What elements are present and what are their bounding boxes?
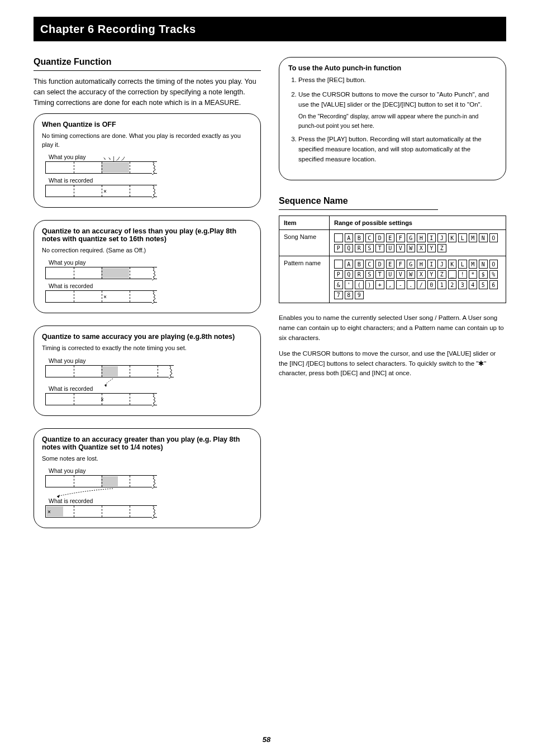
char-cell: U: [386, 244, 395, 253]
row-label: What you play: [49, 154, 253, 160]
char-cell: 4: [469, 280, 478, 289]
char-cell: M: [469, 233, 478, 242]
chapter-title: Chapter 6 Recording Tracks: [40, 23, 196, 36]
char-cell: D: [375, 233, 384, 242]
char-cell: H: [417, 260, 426, 269]
char-cell: ,: [386, 280, 395, 289]
char-cell: X: [417, 270, 426, 279]
panel-quantize-off: When Quantize is OFF No timing correctio…: [34, 113, 261, 208]
char-cell: Z: [437, 270, 446, 279]
col-header: Range of possible settings: [330, 216, 506, 230]
seqname-heading: Sequence Name: [279, 196, 438, 210]
seqname-notes: Enables you to name the currently select…: [279, 313, 506, 379]
char-cell: %: [489, 270, 498, 279]
char-cell: R: [355, 244, 364, 253]
tape-diagram: ヽヽ | ノノ: [45, 161, 157, 174]
char-cell: [334, 233, 343, 242]
char-cell: G: [407, 233, 416, 242]
char-cell: /: [417, 280, 426, 289]
row-label: Song Name: [279, 230, 330, 256]
char-cell: J: [437, 233, 446, 242]
char-cell: A: [345, 260, 354, 269]
char-cell: B: [355, 233, 364, 242]
char-cell: ): [365, 280, 374, 289]
tape-diagram: ×: [45, 505, 157, 518]
row-label: What you play: [49, 357, 253, 364]
char-grid: ABCDEFGHIJKLMNOPQRSTUVWXYZ_!*$%&'()+,-./…: [334, 260, 501, 299]
char-cell: 5: [479, 280, 488, 289]
char-cell: X: [417, 244, 426, 253]
char-cell: (: [355, 280, 364, 289]
row-label: What is recorded: [49, 177, 253, 184]
table-row: Pattern name ABCDEFGHIJKLMNOPQRSTUVWXYZ_…: [279, 256, 506, 303]
char-cell: K: [448, 233, 457, 242]
char-cell: 1: [437, 280, 446, 289]
char-cell: ': [345, 280, 354, 289]
char-cell: E: [386, 260, 395, 269]
char-cell: O: [489, 260, 498, 269]
list-item: Press the [REC] button.: [298, 75, 497, 85]
char-cell: K: [448, 260, 457, 269]
char-cell: 9: [355, 291, 364, 300]
char-cell: -: [396, 280, 405, 289]
char-cell: C: [365, 260, 374, 269]
char-cell: $: [479, 270, 488, 279]
row-label: What is recorded: [49, 497, 253, 504]
char-cell: 6: [489, 280, 498, 289]
char-grid: ABCDEFGHIJKLMNOPQRSTUVWXYZ: [334, 233, 501, 252]
row-label: What you play: [49, 259, 253, 266]
list-item: Press the [PLAY] button. Recording will …: [298, 135, 497, 164]
row-label: What is recorded: [49, 385, 253, 392]
char-cell: S: [365, 270, 374, 279]
char-cell: 8: [345, 291, 354, 300]
quantize-heading: Quantize Function: [34, 57, 261, 71]
char-cell: C: [365, 233, 374, 242]
panel-desc: Timing is corrected to exactly the note …: [42, 344, 253, 352]
char-cell: 2: [448, 280, 457, 289]
tape-diagram: ×: [45, 393, 157, 405]
row-label: Pattern name: [279, 256, 330, 303]
page-number: 58: [263, 735, 270, 744]
panel-quantize-same: Quantize to same accuracy you are playin…: [34, 326, 261, 415]
panel-title: Quantize to an accuracy of less than you…: [42, 227, 253, 243]
note-paragraph: Enables you to name the currently select…: [279, 313, 506, 343]
list-item: Use the CURSOR buttons to move the curso…: [298, 90, 497, 130]
step-text: Use the CURSOR buttons to move the curso…: [298, 91, 489, 108]
row-label: What you play: [49, 467, 253, 474]
char-cell: 0: [427, 280, 436, 289]
char-cell: R: [355, 270, 364, 279]
char-cell: Y: [427, 270, 436, 279]
row-label: What is recorded: [49, 283, 253, 289]
char-cell: [334, 260, 343, 269]
char-cell: M: [469, 260, 478, 269]
char-cell: I: [427, 233, 436, 242]
tape-diagram: [45, 267, 157, 279]
char-cell: J: [437, 260, 446, 269]
panel-title: When Quantize is OFF: [42, 121, 253, 128]
name-table: Item Range of possible settings Song Nam…: [279, 216, 506, 303]
panel-title: Quantize to an accuracy greater than you…: [42, 436, 253, 451]
step-subnote: On the "Recording" display, arrow will a…: [298, 112, 497, 130]
char-cell: A: [345, 233, 354, 242]
char-cell: O: [489, 233, 498, 242]
char-cell: N: [479, 260, 488, 269]
char-cell: Q: [345, 244, 354, 253]
char-cell: _: [448, 270, 457, 279]
char-cell: F: [396, 233, 405, 242]
tape-diagram: [45, 365, 174, 377]
panel-autopunch: To use the Auto punch-in function Press …: [279, 57, 506, 180]
char-cell: I: [427, 260, 436, 269]
char-cell: T: [375, 270, 384, 279]
char-cell: !: [458, 270, 467, 279]
char-cell: W: [407, 244, 416, 253]
tape-diagram: [45, 475, 157, 487]
char-cell: +: [375, 280, 384, 289]
char-cell: V: [396, 244, 405, 253]
note-paragraph: Use the CURSOR buttons to move the curso…: [279, 349, 506, 379]
char-cell: V: [396, 270, 405, 279]
panel-desc: Some notes are lost.: [42, 454, 253, 463]
char-cell: 3: [458, 280, 467, 289]
quantize-body: This function automatically corrects the…: [34, 76, 261, 108]
char-cell: P: [334, 244, 343, 253]
panel-title: To use the Auto punch-in function: [288, 64, 497, 72]
